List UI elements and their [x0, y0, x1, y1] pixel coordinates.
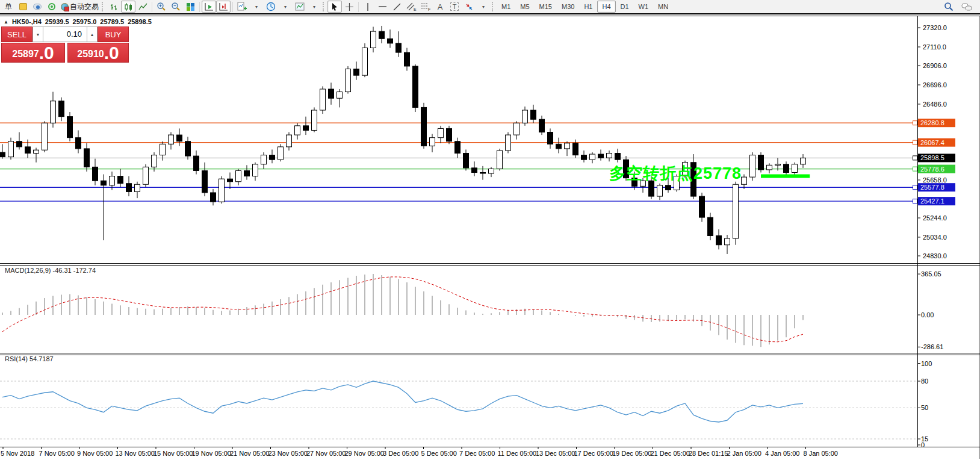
- horizontal-line-button[interactable]: [375, 1, 389, 13]
- time-axis-label: 28 Dec 01:15: [689, 450, 728, 457]
- sell-price-display[interactable]: 25897.0: [1, 43, 65, 63]
- tab-timeframe-D1[interactable]: D1: [616, 1, 634, 13]
- market-watch-icon: [19, 3, 27, 10]
- candle-body: [708, 217, 713, 235]
- time-axis-label: 13 Dec 05:00: [536, 450, 575, 457]
- search-button[interactable]: [941, 1, 956, 13]
- candle-body: [110, 176, 115, 185]
- time-axis-label: 4 Jan 05:00: [765, 450, 800, 457]
- fibonacci-button[interactable]: F: [418, 1, 433, 13]
- cursor-button[interactable]: [327, 1, 342, 13]
- price-axis-tick-label: 26906.0: [923, 62, 947, 69]
- time-axis-label: 23 Nov 05:00: [268, 450, 308, 457]
- candle-body: [67, 117, 73, 138]
- macd-indicator-label: MACD(12,26,9) -46.31 -172.74: [5, 267, 96, 274]
- line-chart-button[interactable]: [135, 1, 150, 13]
- candle-body: [784, 164, 789, 173]
- candle-body: [666, 185, 671, 190]
- tile-windows-button[interactable]: [183, 1, 197, 13]
- time-axis-label: 8 Jan 05:00: [804, 450, 839, 457]
- candlestick-chart-button[interactable]: [121, 1, 135, 13]
- candle-body: [0, 152, 5, 157]
- signals-button[interactable]: [45, 1, 59, 13]
- candle-body: [177, 135, 182, 141]
- bar-chart-button[interactable]: [107, 1, 121, 13]
- tab-timeframe-M5[interactable]: M5: [515, 1, 534, 13]
- candle-body: [84, 149, 90, 167]
- toolbar-grip[interactable]: [323, 2, 325, 11]
- price-label-resistance: 26280.8: [920, 119, 944, 126]
- toolbar-separator: [199, 2, 200, 12]
- text-button[interactable]: A: [433, 1, 447, 13]
- buy-price-display[interactable]: 25910.0: [67, 43, 129, 63]
- vertical-line-button[interactable]: [361, 1, 375, 13]
- one-click-collapse-toggle[interactable]: ▲: [4, 19, 8, 25]
- candle-body: [152, 155, 157, 167]
- signal-icon: [48, 3, 55, 10]
- candle-body: [278, 147, 284, 160]
- candle-body: [228, 179, 233, 182]
- tab-timeframe-H4[interactable]: H4: [597, 1, 615, 13]
- sell-price-pips: .0: [39, 45, 54, 61]
- candle-body: [539, 119, 545, 132]
- equidistant-channel-button[interactable]: E: [404, 1, 418, 13]
- autotrading-button[interactable]: 自动交易: [59, 1, 101, 13]
- price-axis-tick-label: 27320.0: [923, 24, 947, 31]
- candle-body: [135, 184, 140, 191]
- price-chart-canvas[interactable]: 27320.027110.026906.026696.026486.025658…: [0, 16, 980, 459]
- market-watch-button[interactable]: [16, 1, 30, 13]
- zoom-out-button[interactable]: [169, 1, 183, 13]
- community-button[interactable]: [30, 1, 45, 13]
- fibonacci-letter: F: [428, 7, 430, 11]
- sell-button[interactable]: SELL: [1, 26, 33, 42]
- chat-button[interactable]: [960, 1, 974, 13]
- volume-increase-button[interactable]: ▲: [87, 26, 98, 42]
- trendline-button[interactable]: [389, 1, 404, 13]
- tab-timeframe-M30[interactable]: M30: [557, 1, 579, 13]
- time-axis-label: 5 Dec 05:00: [421, 450, 457, 457]
- buy-button[interactable]: BUY: [98, 26, 129, 42]
- candle-body: [211, 193, 216, 202]
- candle-body: [607, 154, 612, 158]
- new-order-button[interactable]: 单: [1, 1, 16, 13]
- volume-decrease-button[interactable]: ▼: [33, 26, 43, 42]
- candle-body: [320, 89, 326, 110]
- tab-timeframe-H1[interactable]: H1: [579, 1, 597, 13]
- tab-timeframe-M15[interactable]: M15: [535, 1, 557, 13]
- periods-button[interactable]: [264, 1, 278, 13]
- community-cloud-icon: [33, 4, 42, 10]
- toolbar-grip[interactable]: [492, 2, 494, 11]
- text-label-button[interactable]: T: [447, 1, 462, 13]
- auto-scroll-button[interactable]: [202, 1, 216, 13]
- chart-shift-icon: [219, 2, 228, 11]
- time-axis-label: 9 Nov 05:00: [77, 450, 113, 457]
- candle-body: [657, 185, 663, 196]
- toolbar-separator: [358, 2, 359, 12]
- indicators-dropdown[interactable]: ▾: [249, 1, 264, 13]
- crosshair-button[interactable]: [342, 1, 356, 13]
- templates-button[interactable]: [293, 1, 307, 13]
- arrows-dropdown[interactable]: ▾: [476, 1, 491, 13]
- tab-timeframe-MN[interactable]: MN: [653, 1, 673, 13]
- price-label-resistance: 26067.4: [920, 139, 944, 146]
- tab-timeframe-M1[interactable]: M1: [497, 1, 515, 13]
- time-axis-label: 27 Nov 05:00: [306, 450, 346, 457]
- price-axis-tick-label: 25034.0: [923, 234, 947, 241]
- tab-timeframe-W1[interactable]: W1: [634, 1, 654, 13]
- candle-body: [480, 172, 486, 173]
- tile-windows-icon: [186, 2, 195, 11]
- ohlc-open: 25939.5: [45, 18, 69, 25]
- toolbar-grip[interactable]: [102, 2, 104, 11]
- candle-body: [725, 238, 730, 245]
- periods-dropdown[interactable]: ▾: [278, 1, 293, 13]
- arrows-button[interactable]: [462, 1, 476, 13]
- fibonacci-icon: F: [421, 2, 431, 11]
- volume-input[interactable]: 0.10: [43, 26, 87, 42]
- indicators-icon: [237, 2, 247, 11]
- macd-axis-tick-label: 365.05: [921, 270, 941, 278]
- chart-shift-button[interactable]: [216, 1, 231, 13]
- chart-annotation-text[interactable]: 多空转折点25778: [609, 163, 742, 184]
- zoom-in-button[interactable]: [154, 1, 169, 13]
- indicators-button[interactable]: [235, 1, 249, 13]
- templates-dropdown[interactable]: ▾: [307, 1, 321, 13]
